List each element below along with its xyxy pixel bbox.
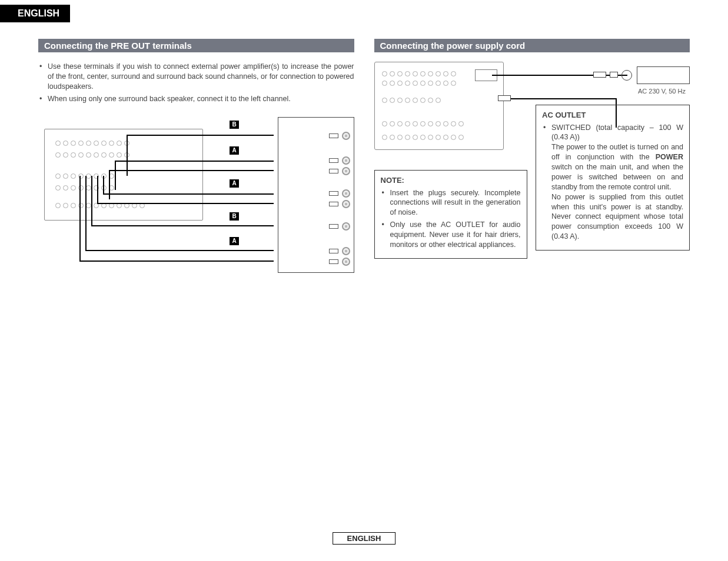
page-columns: Connecting the PRE OUT terminals Use the… xyxy=(38,39,690,276)
wall-socket-icon xyxy=(621,70,632,81)
preout-text: Use these terminals if you wish to conne… xyxy=(38,62,354,104)
cable-tag: B xyxy=(230,212,239,221)
note-title: NOTE: xyxy=(381,175,521,186)
cable-tag: A xyxy=(230,179,239,188)
ac-outlet-text: switch on the main unit, and when the po… xyxy=(551,163,683,191)
preout-diagram: B A A B A xyxy=(38,117,354,276)
ac-outlet-lead: SWITCHED (total capacity – 100 W (0.43 A… xyxy=(551,123,683,142)
power-keyword: POWER xyxy=(656,153,683,161)
preout-bullet: When using only one surround back speake… xyxy=(42,94,354,104)
wall-outlet-spec: AC 230 V, 50 Hz xyxy=(634,88,690,95)
section-title-power: Connecting the power supply cord xyxy=(374,39,690,52)
section-title-preout: Connecting the PRE OUT terminals xyxy=(38,39,354,52)
power-plug-icon xyxy=(593,72,606,78)
amp-rear-panel-icon xyxy=(44,129,203,221)
external-amp-panel-icon xyxy=(278,117,354,273)
cable-tag: A xyxy=(230,146,239,155)
wall-outlet-box xyxy=(637,66,690,84)
cable-tag: B xyxy=(230,121,239,129)
preout-bullet: Use these terminals if you wish to conne… xyxy=(42,62,354,92)
language-tab: ENGLISH xyxy=(0,5,70,22)
ac-outlet-bullet: SWITCHED (total capacity – 100 W (0.43 A… xyxy=(546,123,683,242)
ac-outlet-plug-icon xyxy=(498,95,511,101)
ac-outlet-title: AC OUTLET xyxy=(542,110,683,121)
right-column: Connecting the power supply cord xyxy=(374,39,690,276)
cable-tag: A xyxy=(230,237,239,245)
ac-outlet-para: No power is supplied from this outlet wh… xyxy=(551,193,683,241)
ac-outlet-para: The power to the outlet is turned on and… xyxy=(551,143,683,191)
note-box: NOTE: Insert the plugs securely. Incompl… xyxy=(374,170,527,259)
note-bullet: Insert the plugs securely. Incomplete co… xyxy=(384,188,521,218)
left-column: Connecting the PRE OUT terminals Use the… xyxy=(38,39,354,276)
footer-language: ENGLISH xyxy=(333,532,396,545)
ac-outlet-box: AC OUTLET SWITCHED (total capacity – 100… xyxy=(536,105,690,251)
amp-rear-panel-icon xyxy=(374,62,504,150)
note-bullet: Only use the AC OUTLET for audio equipme… xyxy=(384,220,521,250)
power-plug-icon xyxy=(610,72,618,78)
